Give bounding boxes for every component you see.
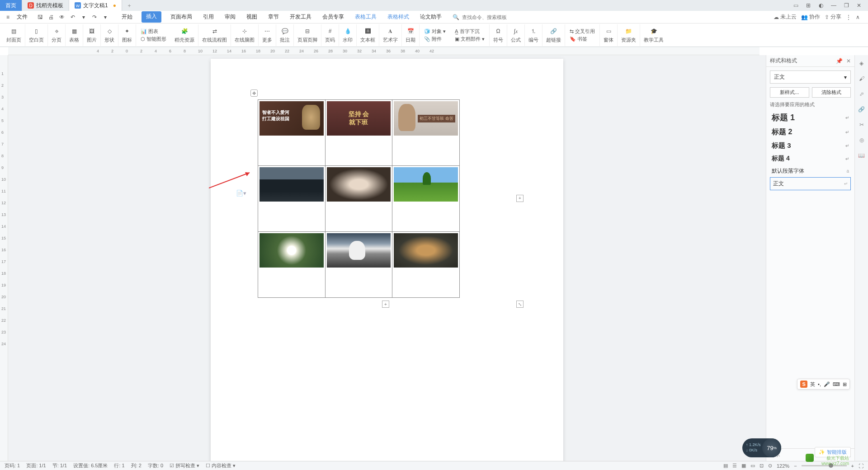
pageno-button[interactable]: #页码	[321, 24, 339, 46]
table-cell[interactable]	[258, 232, 326, 298]
status-spell[interactable]: ☑ 拼写检查 ▾	[170, 462, 199, 469]
tab-table-tools[interactable]: 表格工具	[353, 11, 378, 23]
table-cell[interactable]: 坚持 会就下班	[325, 100, 392, 166]
number-button[interactable]: ⒈编号	[525, 24, 542, 46]
zoom-out[interactable]: −	[794, 463, 797, 469]
style-heading3[interactable]: 标题 3↵	[770, 139, 851, 152]
link-button[interactable]: 🔗超链接	[542, 24, 565, 46]
status-line[interactable]: 行: 1	[114, 462, 124, 469]
tab-paper[interactable]: 论文助手	[418, 11, 443, 23]
coop-button[interactable]: 👥协作	[801, 13, 820, 21]
share-button[interactable]: ⇪分享	[825, 13, 841, 21]
status-words[interactable]: 字数: 0	[148, 462, 163, 469]
table-cell[interactable]	[325, 166, 392, 232]
view-web-icon[interactable]: ▦	[741, 463, 746, 469]
status-content[interactable]: ☐ 内容检查 ▾	[206, 462, 236, 469]
clear-format-button[interactable]: 清除格式	[812, 87, 851, 98]
table-cell[interactable]	[392, 232, 460, 298]
table-cell[interactable]	[258, 166, 326, 232]
table-move-handle[interactable]: ✥	[250, 89, 258, 97]
layout-icon[interactable]: ▭	[789, 0, 802, 11]
view-page-icon[interactable]: ▤	[723, 463, 728, 469]
docpart-button[interactable]: ▣文档部件▾	[455, 36, 485, 42]
close-button[interactable]: ✕	[853, 0, 865, 11]
table-add-col-handle[interactable]: +	[516, 195, 524, 202]
ime-lang[interactable]: 英	[810, 381, 815, 388]
hamburger-icon[interactable]: ≡	[4, 14, 12, 20]
redo-icon[interactable]: ↷	[91, 14, 98, 21]
pic-button[interactable]: 🖼图片	[83, 24, 101, 46]
style-default-font[interactable]: 默认段落字体a	[770, 165, 851, 177]
window-button[interactable]: ▭窗体	[600, 24, 618, 46]
object-button[interactable]: 🧊对象▾	[424, 28, 446, 35]
undo-drop-icon[interactable]: ▾	[80, 14, 87, 21]
tab-chapter[interactable]: 章节	[266, 11, 281, 23]
rail-book-icon[interactable]: 📖	[857, 151, 866, 160]
new-tab[interactable]: ＋	[122, 2, 137, 9]
header-button[interactable]: ⊟页眉页脚	[294, 24, 321, 46]
status-setval[interactable]: 设置值: 6.5厘米	[73, 462, 108, 469]
shape-button[interactable]: ◇形状	[101, 24, 118, 46]
redo-drop-icon[interactable]: ▾	[102, 14, 109, 21]
table-resize-handle[interactable]: ⤡	[516, 301, 524, 308]
ime-keyboard-icon[interactable]: ⌨	[833, 381, 840, 387]
ime-grid-icon[interactable]: ⊞	[843, 381, 847, 387]
ime-mic-icon[interactable]: 🎤	[824, 381, 830, 387]
collapse-ribbon[interactable]: ∧	[856, 14, 860, 20]
chart-button[interactable]: 📊图表	[141, 28, 166, 35]
file-menu[interactable]: 文件	[13, 12, 31, 22]
zoom-in[interactable]: +	[851, 463, 854, 469]
rail-target-icon[interactable]: ◎	[857, 136, 866, 145]
nocloud-button[interactable]: ☁未上云	[774, 13, 797, 21]
fullscreen-icon[interactable]: ⛶	[859, 463, 863, 469]
canvas[interactable]: ✥ 📄▾ 智者不入爱河打工建设祖国 坚持 会就下班 初三不甘等班 命苦	[8, 55, 766, 461]
view-read-icon[interactable]: ▭	[750, 463, 755, 469]
status-page[interactable]: 页码: 1	[5, 462, 20, 469]
status-section[interactable]: 节: 1/1	[52, 462, 67, 469]
table-add-row-handle[interactable]: +	[382, 301, 389, 308]
icon-button[interactable]: ✦图标	[118, 24, 136, 46]
mind-button[interactable]: ⊹在线脑图	[231, 24, 259, 46]
docer-button[interactable]: 🧩稻壳资源	[171, 24, 198, 46]
watermark-button[interactable]: 💧水印	[339, 24, 357, 46]
table-button[interactable]: ▦表格	[66, 24, 83, 46]
rail-clip-icon[interactable]: ✂	[857, 120, 866, 129]
batch-button[interactable]: 💬批注	[276, 24, 294, 46]
view-outline-icon[interactable]: ☰	[732, 463, 737, 469]
tab-review[interactable]: 审阅	[223, 11, 237, 23]
close-panel-icon[interactable]: ✕	[846, 58, 851, 64]
tab-view[interactable]: 视图	[245, 11, 259, 23]
teach-button[interactable]: 🎓教学工具	[640, 24, 667, 46]
rail-select-icon[interactable]: ⬀	[857, 89, 866, 99]
tab-template[interactable]: D 找稻壳模板	[22, 0, 69, 11]
ruler-vertical[interactable]: 123456789101112131415161718192021222324	[0, 55, 8, 461]
zoom-fit-icon[interactable]: ⊙	[768, 463, 772, 469]
rail-chain-icon[interactable]: 🔗	[857, 105, 866, 114]
tab-dev[interactable]: 开发工具	[288, 11, 313, 23]
rail-brush-icon[interactable]: 🖌	[857, 74, 866, 83]
smart-button[interactable]: ⬡智能图形	[141, 36, 166, 42]
ruler-horizontal[interactable]: 4202468101214161820222426283032343638404…	[8, 47, 760, 55]
view-focus-icon[interactable]: ⊡	[760, 463, 764, 469]
wordart-button[interactable]: 𝐀艺术字	[379, 24, 402, 46]
rail-diamond-icon[interactable]: ◈	[857, 59, 866, 68]
minimize-button[interactable]: —	[827, 0, 840, 11]
speed-widget[interactable]: ↑ 1.2K/s ↓ 0K/s 79%	[742, 438, 781, 457]
tab-table-style[interactable]: 表格样式	[386, 11, 411, 23]
blank-button[interactable]: ▯空白页	[25, 24, 48, 46]
tab-layout[interactable]: 页面布局	[169, 11, 194, 23]
table-cell[interactable]: 初三不甘等班 命苦	[392, 100, 460, 166]
ime-bar[interactable]: S 英 •, 🎤 ⌨ ⊞	[797, 379, 850, 390]
zoom-value[interactable]: 122%	[777, 463, 789, 469]
skin-icon[interactable]: ◐	[815, 0, 827, 11]
tab-insert[interactable]: 插入	[142, 11, 161, 23]
dropcap-button[interactable]: A̲首字下沉	[455, 28, 485, 35]
more-menu[interactable]: ⋮	[846, 14, 851, 20]
save-icon[interactable]: 🖫	[37, 14, 44, 21]
attach-button[interactable]: 📎附件	[424, 36, 446, 42]
break-button[interactable]: ⎆分页	[48, 24, 66, 46]
tab-start[interactable]: 开始	[120, 11, 134, 23]
tab-member[interactable]: 会员专享	[321, 11, 346, 23]
preview-icon[interactable]: 👁	[58, 14, 66, 21]
print-icon[interactable]: 🖨	[47, 14, 55, 21]
